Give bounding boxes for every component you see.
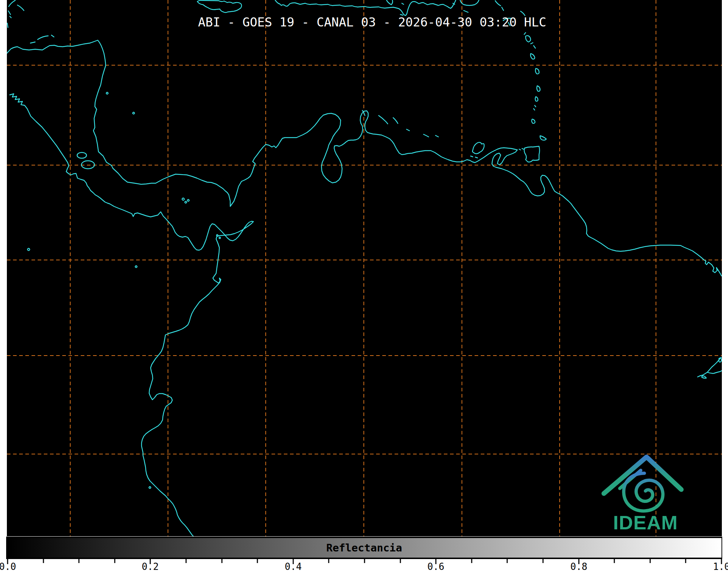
tick-label: 0.0	[0, 561, 16, 571]
tick-label: 0.6	[428, 561, 445, 571]
satellite-image-viewer: ABI - GOES 19 - CANAL 03 - 2026-04-30 03…	[0, 0, 728, 571]
logo-text: IDEAM	[613, 512, 678, 533]
colorbar-ticks	[8, 559, 721, 564]
map-canvas: ABI - GOES 19 - CANAL 03 - 2026-04-30 03…	[0, 0, 728, 571]
image-title: ABI - GOES 19 - CANAL 03 - 2026-04-30 03…	[198, 15, 546, 29]
tick-label: 0.4	[285, 561, 302, 571]
colorbar-label: Reflectancia	[326, 542, 402, 554]
tick-label: 0.8	[571, 561, 588, 571]
map-background	[7, 0, 722, 536]
tick-label: 0.2	[142, 561, 159, 571]
colorbar: Reflectancia 0.0	[0, 537, 728, 571]
tick-label: 1.0	[713, 561, 728, 571]
